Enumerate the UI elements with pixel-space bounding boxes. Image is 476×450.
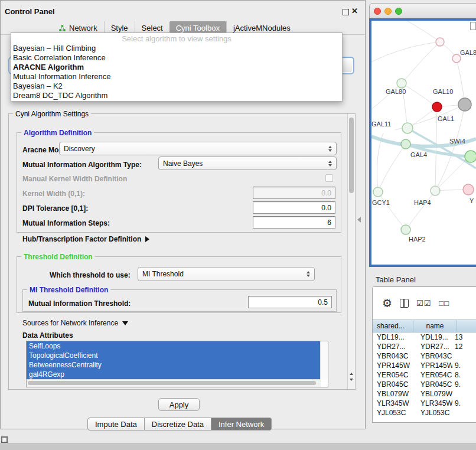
apply-button[interactable]: Apply [158, 398, 200, 411]
network-node-hap4[interactable] [431, 186, 440, 195]
mi-steps-input[interactable]: 6 [253, 216, 335, 229]
manual-kernel-checkbox[interactable] [325, 174, 333, 182]
kernel-width-label: Kernel Width (0,1): [22, 190, 85, 198]
table-header-row: shared... name [373, 319, 476, 332]
scroll-up-icon[interactable] [350, 373, 353, 375]
scroll-down-icon[interactable] [350, 379, 353, 381]
tab-label: Cyni Toolbox [176, 24, 220, 32]
column-header-name[interactable]: name [413, 320, 457, 332]
node-label: SWI4 [449, 138, 465, 145]
tab-impute-data[interactable]: Impute Data [87, 418, 145, 431]
splitter-collapse-icon[interactable] [357, 217, 361, 223]
network-node-gcy1[interactable] [373, 187, 383, 197]
bottom-status-strip [0, 444, 476, 450]
cropped-toolbar-widget [470, 22, 476, 30]
network-node[interactable] [452, 54, 461, 63]
attribute-item-selected[interactable]: gal4RGexp [27, 370, 323, 379]
node-label: GAL10 [433, 88, 453, 95]
group-title: Algorithm Definition [21, 129, 94, 137]
table-row[interactable]: YLR345W YLR345W 9. [373, 399, 476, 408]
table-row[interactable]: YPR145W YPR145W 9. [373, 361, 476, 370]
algorithm-option-selected[interactable]: ARACNE Algorithm [11, 63, 342, 72]
node-label: GAL4 [410, 151, 427, 158]
mi-type-select[interactable]: Naive Bayes [158, 156, 337, 170]
network-node-gal11[interactable] [402, 123, 413, 133]
kernel-width-input[interactable]: 0.0 [253, 187, 335, 199]
network-node-selected-red[interactable] [432, 102, 442, 112]
highlighted-edges [371, 128, 476, 168]
minimize-traffic-light[interactable] [384, 8, 392, 15]
mi-steps-label: Mutual Information Steps: [22, 219, 110, 227]
algorithm-option[interactable]: Basic Correlation Inference [11, 53, 342, 63]
columns-icon[interactable] [400, 299, 409, 308]
mi-threshold-input[interactable]: 0.5 [248, 296, 332, 308]
table-row[interactable]: YER054C YER054C 8. [373, 370, 476, 380]
select-all-icon[interactable]: ☑☑ [416, 299, 431, 308]
zoom-traffic-light[interactable] [395, 8, 402, 15]
table-row[interactable]: YBL079W YBL079W [373, 389, 476, 399]
network-node-gal80[interactable] [397, 79, 406, 88]
node-label: GAL11 [371, 120, 391, 128]
node-label: GAL8 [460, 49, 476, 56]
table-row[interactable]: YDR27... YDR27... 12 [373, 342, 476, 351]
dpi-tolerance-input[interactable]: 0.0 [253, 201, 335, 214]
selected-value: Discovery [64, 145, 95, 153]
table-toolbar: ⚙ ☑☑ □□ [373, 287, 476, 319]
table-row[interactable]: YBR045C YBR045C 9. [373, 380, 476, 389]
mi-type-label: Mutual Information Algorithm Type: [22, 161, 142, 169]
network-canvas[interactable]: GAL8 GAL80 GAL10 GAL11 GAL1 SWI4 GAL4 GC… [371, 21, 476, 265]
table-panel-window: ⚙ ☑☑ □□ shared... name YDL19... YDL19...… [372, 286, 476, 423]
column-header-extra[interactable] [457, 320, 476, 332]
algorithm-option[interactable]: Bayesian – Hill Climbing [11, 44, 342, 53]
tab-infer-network[interactable]: Infer Network [211, 418, 272, 431]
scrollbar-thumb[interactable] [349, 118, 354, 193]
table-row[interactable]: YBR043C YBR043C [373, 351, 476, 361]
group-title: Threshold Definition [21, 253, 95, 261]
gear-icon[interactable]: ⚙ [382, 296, 392, 310]
list-horizontal-scrollbar[interactable] [27, 379, 321, 387]
which-threshold-label: Which threshold to use: [50, 271, 131, 279]
node-label: GAL80 [386, 88, 406, 95]
tab-discretize-data[interactable]: Discretize Data [145, 418, 211, 431]
network-node-pink[interactable] [463, 184, 474, 195]
algorithm-option[interactable]: Bayesian – K2 [11, 81, 342, 91]
network-node-hap2[interactable] [401, 225, 410, 234]
network-node-green[interactable] [465, 151, 476, 162]
selected-value: Naive Bayes [163, 159, 203, 168]
sources-section-label: Sources for Network Inference [22, 319, 118, 327]
collapsed-arrow-icon [145, 236, 149, 242]
network-node[interactable] [436, 38, 444, 46]
close-traffic-light[interactable] [374, 8, 381, 15]
mi-threshold-label: Mutual Information Threshold: [28, 299, 131, 308]
table-row[interactable]: YDL19... YDL19... 13 [373, 332, 476, 342]
close-icon[interactable]: ✕ [351, 6, 358, 15]
node-label: Y [470, 197, 474, 204]
aracne-mode-select[interactable]: Discovery [59, 142, 337, 155]
node-label: HAP4 [414, 199, 431, 206]
restore-panel-icon[interactable] [1, 436, 8, 443]
deselect-all-icon[interactable]: □□ [439, 299, 449, 308]
attribute-item-selected[interactable]: TopologicalCoefficient [27, 351, 323, 360]
attribute-item-selected[interactable]: BetweennessCentrality [27, 360, 323, 370]
float-window-icon[interactable] [343, 9, 349, 15]
hub-section-label: Hub/Transcription Factor Definition [22, 235, 141, 243]
dpi-tolerance-label: DPI Tolerance [0,1]: [22, 204, 88, 213]
column-header-shared-name[interactable]: shared... [373, 320, 413, 332]
tab-label: Select [142, 24, 163, 32]
algorithm-option[interactable]: Dream8 DC_TDC Algorithm [11, 91, 342, 100]
group-title: Cyni Algorithm Settings [13, 110, 91, 118]
sources-section-toggle[interactable]: Sources for Network Inference [22, 319, 128, 327]
tab-label: Style [111, 24, 128, 32]
settings-scrollbar[interactable] [347, 114, 355, 389]
list-vertical-scrollbar[interactable] [320, 341, 328, 380]
table-row[interactable]: YJL053C YJL053C [373, 408, 476, 418]
attribute-item-selected[interactable]: SelfLoops [27, 341, 323, 351]
network-node-gal4[interactable] [401, 139, 410, 149]
table-panel-title: Table Panel [376, 275, 416, 284]
network-node-gray[interactable] [458, 98, 471, 111]
algorithm-option[interactable]: Mutual Information Inference [11, 72, 342, 81]
bottom-tab-bar: Impute Data Discretize Data Infer Networ… [87, 418, 272, 431]
hub-section-toggle[interactable]: Hub/Transcription Factor Definition [22, 235, 149, 243]
which-threshold-select[interactable]: MI Threshold [138, 267, 315, 281]
scrollbar-thumb[interactable] [28, 381, 316, 385]
